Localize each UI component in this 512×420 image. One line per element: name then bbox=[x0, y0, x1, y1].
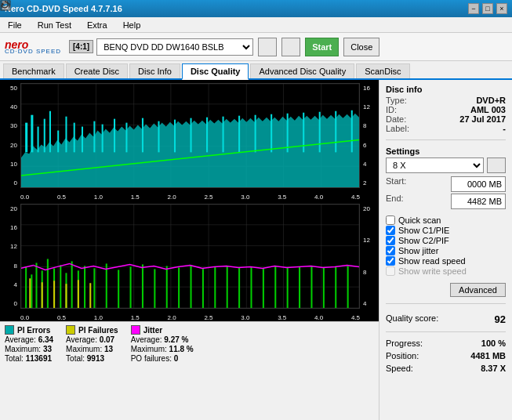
svg-rect-34 bbox=[142, 118, 143, 153]
quick-scan-checkbox[interactable] bbox=[386, 215, 395, 225]
svg-rect-47 bbox=[351, 110, 353, 153]
svg-rect-33 bbox=[125, 123, 127, 153]
svg-rect-65 bbox=[25, 266, 27, 308]
window-controls[interactable]: − □ × bbox=[468, 3, 507, 14]
reload-button[interactable] bbox=[258, 38, 277, 56]
speed-select[interactable]: 8 X bbox=[386, 158, 484, 173]
show-c1pie-checkbox[interactable] bbox=[386, 226, 395, 235]
legend-pi-errors: PI Errors Average: 6.34 Maximum: 33 Tota… bbox=[5, 325, 53, 363]
save-button[interactable] bbox=[281, 38, 300, 56]
svg-rect-25 bbox=[49, 111, 51, 153]
title-bar: Nero CD-DVD Speed 4.7.7.16 − □ × bbox=[0, 0, 512, 17]
lower-chart bbox=[20, 204, 360, 309]
start-button[interactable]: Start bbox=[305, 38, 339, 56]
svg-rect-35 bbox=[158, 121, 159, 153]
jitter-label: Jitter bbox=[143, 326, 162, 335]
svg-rect-85 bbox=[202, 268, 204, 308]
upper-y-left: 50 40 30 20 10 0 bbox=[3, 83, 19, 188]
show-read-speed-checkbox[interactable] bbox=[386, 256, 395, 266]
menu-help[interactable]: Help bbox=[118, 19, 146, 31]
show-write-speed-row[interactable]: Show write speed bbox=[386, 266, 506, 276]
svg-rect-98 bbox=[29, 278, 31, 308]
settings-reload-button[interactable] bbox=[487, 158, 506, 173]
svg-rect-92 bbox=[287, 267, 289, 308]
svg-rect-103 bbox=[89, 283, 91, 308]
pi-errors-color bbox=[5, 325, 14, 335]
quick-scan-row[interactable]: Quick scan bbox=[386, 215, 506, 225]
svg-rect-31 bbox=[102, 125, 103, 153]
svg-rect-93 bbox=[299, 266, 300, 308]
tab-advanced-disc-quality[interactable]: Advanced Disc Quality bbox=[250, 63, 354, 78]
lower-chart-container: 20 16 12 8 4 0 20 12 8 4 bbox=[3, 204, 376, 321]
tab-benchmark[interactable]: Benchmark bbox=[3, 63, 64, 78]
right-panel: Disc info Type: DVD+R ID: AML 003 Date: … bbox=[379, 80, 512, 420]
settings-section: Settings 8 X Start: End: bbox=[386, 147, 506, 209]
svg-rect-89 bbox=[250, 266, 252, 308]
show-c1pie-row[interactable]: Show C1/PIE bbox=[386, 226, 506, 235]
svg-rect-81 bbox=[154, 269, 155, 308]
jitter-title-row: Jitter bbox=[131, 325, 194, 335]
show-read-speed-row[interactable]: Show read speed bbox=[386, 256, 506, 266]
svg-rect-95 bbox=[323, 267, 325, 308]
svg-rect-39 bbox=[223, 117, 224, 153]
show-jitter-row[interactable]: Show jitter bbox=[386, 246, 506, 255]
pi-errors-max: Maximum: 33 bbox=[5, 345, 53, 353]
divider-1 bbox=[386, 139, 506, 140]
svg-rect-87 bbox=[227, 266, 228, 308]
speed-row-quality: Speed: 8.37 X bbox=[386, 364, 506, 373]
svg-rect-24 bbox=[44, 119, 45, 153]
menu-bar: File Run Test Extra Help bbox=[0, 17, 512, 33]
close-button[interactable]: × bbox=[496, 3, 507, 14]
disc-id-row: ID: AML 003 bbox=[386, 105, 506, 114]
svg-rect-22 bbox=[31, 115, 33, 153]
svg-rect-26 bbox=[57, 131, 59, 153]
tab-scandisc[interactable]: ScanDisc bbox=[356, 63, 409, 78]
jitter-max: Maximum: 11.8 % bbox=[131, 345, 194, 353]
close-button-toolbar[interactable]: Close bbox=[343, 38, 379, 56]
nero-logo: nero CD·DVD SPEED bbox=[5, 38, 61, 55]
show-write-speed-label: Show write speed bbox=[398, 266, 467, 276]
quality-score-row: Quality score: 92 bbox=[386, 313, 506, 325]
svg-rect-37 bbox=[191, 118, 192, 153]
svg-rect-86 bbox=[214, 266, 216, 308]
menu-file[interactable]: File bbox=[3, 19, 27, 31]
jitter-color bbox=[131, 325, 140, 335]
tab-disc-quality[interactable]: Disc Quality bbox=[182, 63, 249, 80]
upper-chart-container: 50 40 30 20 10 0 16 12 8 6 4 2 bbox=[3, 83, 376, 201]
speed-row[interactable]: 8 X bbox=[386, 158, 506, 173]
legend-area: PI Errors Average: 6.34 Maximum: 33 Tota… bbox=[0, 321, 379, 420]
show-c2pif-checkbox[interactable] bbox=[386, 236, 395, 245]
pi-failures-total: Total: 9913 bbox=[66, 354, 118, 363]
drive-index: [4:1] bbox=[69, 40, 93, 53]
svg-rect-69 bbox=[47, 259, 49, 308]
drive-selector[interactable]: [4:1] BENQ DVD DD DW1640 BSLB bbox=[69, 38, 253, 56]
minimize-button[interactable]: − bbox=[468, 3, 479, 14]
svg-rect-77 bbox=[106, 263, 107, 308]
settings-title: Settings bbox=[386, 147, 506, 156]
show-jitter-checkbox[interactable] bbox=[386, 246, 395, 255]
chart-panel: 50 40 30 20 10 0 16 12 8 6 4 2 bbox=[0, 80, 379, 420]
tab-create-disc[interactable]: Create Disc bbox=[66, 63, 128, 78]
drive-dropdown[interactable]: BENQ DVD DD DW1640 BSLB bbox=[96, 38, 253, 56]
advanced-button[interactable]: Advanced bbox=[450, 283, 506, 297]
pi-errors-label: PI Errors bbox=[17, 326, 50, 335]
menu-run-test[interactable]: Run Test bbox=[33, 19, 76, 31]
svg-rect-88 bbox=[238, 267, 240, 308]
divider-2 bbox=[386, 303, 506, 304]
show-c2pif-row[interactable]: Show C2/PIF bbox=[386, 236, 506, 245]
tab-disc-info[interactable]: Disc Info bbox=[129, 63, 180, 78]
start-input[interactable] bbox=[451, 176, 506, 192]
progress-row: Progress: 100 % bbox=[386, 339, 506, 348]
end-input[interactable] bbox=[451, 194, 506, 209]
svg-rect-28 bbox=[74, 123, 75, 153]
menu-extra[interactable]: Extra bbox=[82, 19, 112, 31]
pi-failures-title-row: PI Failures bbox=[66, 325, 118, 335]
svg-rect-42 bbox=[271, 114, 272, 153]
svg-rect-101 bbox=[65, 284, 67, 308]
svg-rect-94 bbox=[310, 266, 312, 308]
jitter-po: PO failures: 0 bbox=[131, 354, 194, 363]
svg-rect-73 bbox=[71, 261, 73, 308]
show-write-speed-checkbox[interactable] bbox=[386, 266, 395, 276]
svg-rect-36 bbox=[174, 120, 176, 153]
maximize-button[interactable]: □ bbox=[482, 3, 493, 14]
